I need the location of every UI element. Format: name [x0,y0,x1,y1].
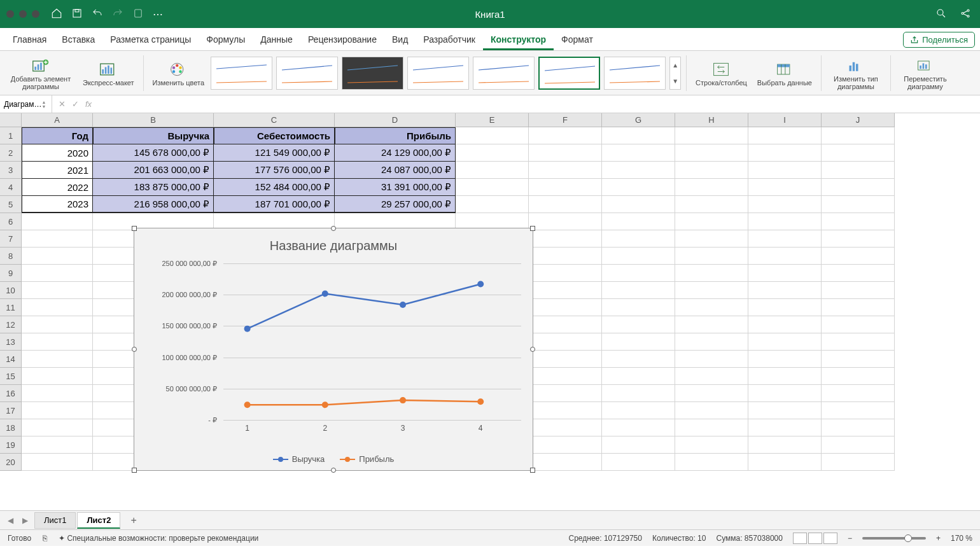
cell[interactable] [822,402,895,419]
cell[interactable] [529,436,602,454]
cell[interactable] [748,333,822,351]
cell[interactable] [748,265,822,282]
column-header[interactable]: D [335,113,456,127]
cell[interactable] [529,265,602,282]
row-header[interactable]: 14 [0,351,22,368]
chart-title[interactable]: Название диаграммы [134,239,533,253]
column-header[interactable]: F [529,113,602,127]
cell[interactable] [602,333,675,351]
cell[interactable] [602,144,675,162]
cell[interactable] [22,213,93,230]
cell[interactable] [602,299,675,316]
cell[interactable] [529,144,602,162]
cell[interactable] [602,179,675,196]
resize-handle[interactable] [132,226,137,231]
chart-style-1[interactable] [211,57,272,90]
column-header[interactable]: I [748,113,822,127]
cell[interactable]: 2021 [22,162,93,179]
sheet-tab[interactable]: Лист1 [34,512,76,529]
cell[interactable] [748,419,822,436]
share-icon[interactable] [960,8,971,21]
row-header[interactable]: 4 [0,179,22,196]
cell[interactable] [675,196,748,213]
chart-style-4[interactable] [407,57,469,90]
row-header[interactable]: 15 [0,368,22,385]
cell[interactable] [822,248,895,265]
cell[interactable] [675,454,748,471]
cell[interactable] [822,265,895,282]
row-header[interactable]: 17 [0,402,22,419]
cell[interactable] [748,385,822,402]
column-header[interactable]: H [675,113,748,127]
cell[interactable]: Год [22,127,93,144]
cell[interactable] [748,436,822,454]
chart-style-7[interactable] [604,57,666,90]
legend-item[interactable]: Прибыль [340,454,394,464]
cell[interactable] [822,127,895,144]
cell[interactable] [602,351,675,368]
zoom-in[interactable]: + [936,534,941,543]
minimize-icon[interactable] [19,10,27,18]
cell[interactable] [529,127,602,144]
column-header[interactable]: A [22,113,93,127]
cell[interactable] [822,333,895,351]
cell[interactable]: 2022 [22,179,93,196]
close-icon[interactable] [6,10,14,18]
cell[interactable] [748,282,822,299]
cell[interactable] [22,454,93,471]
share-button[interactable]: Поделиться [903,32,975,48]
cell[interactable] [22,351,93,368]
switch-row-column-button[interactable]: Строка/столбец [692,60,751,87]
cell[interactable] [675,299,748,316]
cell[interactable]: 24 129 000,00 ₽ [335,144,456,162]
cell[interactable] [602,248,675,265]
cell[interactable] [529,419,602,436]
cell[interactable] [22,419,93,436]
row-header[interactable]: 16 [0,385,22,402]
cell[interactable] [456,196,529,213]
accessibility-status[interactable]: ✦ Специальные возможности: проверьте рек… [59,534,258,543]
cell[interactable]: 2023 [22,196,93,213]
cell[interactable] [602,265,675,282]
cell[interactable] [602,436,675,454]
column-header[interactable]: E [456,113,529,127]
cell[interactable] [675,213,748,230]
change-colors-button[interactable]: Изменить цвета [149,60,208,87]
cell[interactable] [602,402,675,419]
cell[interactable] [675,436,748,454]
cell[interactable] [22,248,93,265]
cell[interactable] [748,454,822,471]
resize-handle[interactable] [530,226,535,231]
cell[interactable]: 183 875 000,00 ₽ [93,179,214,196]
row-header[interactable]: 11 [0,299,22,316]
cell[interactable] [529,162,602,179]
fx-icon[interactable]: fx [85,99,92,109]
cell[interactable] [22,436,93,454]
cell[interactable] [22,333,93,351]
chart-styles-gallery[interactable]: ▲▼ [211,57,681,90]
cell[interactable] [748,299,822,316]
cell[interactable] [822,351,895,368]
tab-формат[interactable]: Формат [554,29,601,50]
cell[interactable] [529,402,602,419]
tab-данные[interactable]: Данные [253,29,300,50]
style-scroll[interactable]: ▲▼ [669,57,681,90]
cell[interactable] [675,368,748,385]
tab-формулы[interactable]: Формулы [199,29,253,50]
sheet-tab[interactable]: Лист2 [77,512,120,529]
cell[interactable] [822,213,895,230]
cell[interactable] [602,316,675,333]
cell[interactable] [748,248,822,265]
move-chart-button[interactable]: Переместить диаграмму [896,56,955,90]
cell[interactable] [529,230,602,248]
select-all-corner[interactable] [0,113,22,127]
cell[interactable] [602,196,675,213]
resize-handle[interactable] [132,347,137,352]
undo-icon[interactable] [92,8,103,21]
sheet-nav-prev[interactable]: ◀ [5,516,16,525]
spreadsheet-grid[interactable]: ABCDEFGHIJ 12345678910111213141516171819… [0,113,980,510]
quick-layout-button[interactable]: Экспресс-макет [79,60,138,87]
row-header[interactable]: 7 [0,230,22,248]
row-header[interactable]: 9 [0,265,22,282]
cell[interactable] [529,213,602,230]
